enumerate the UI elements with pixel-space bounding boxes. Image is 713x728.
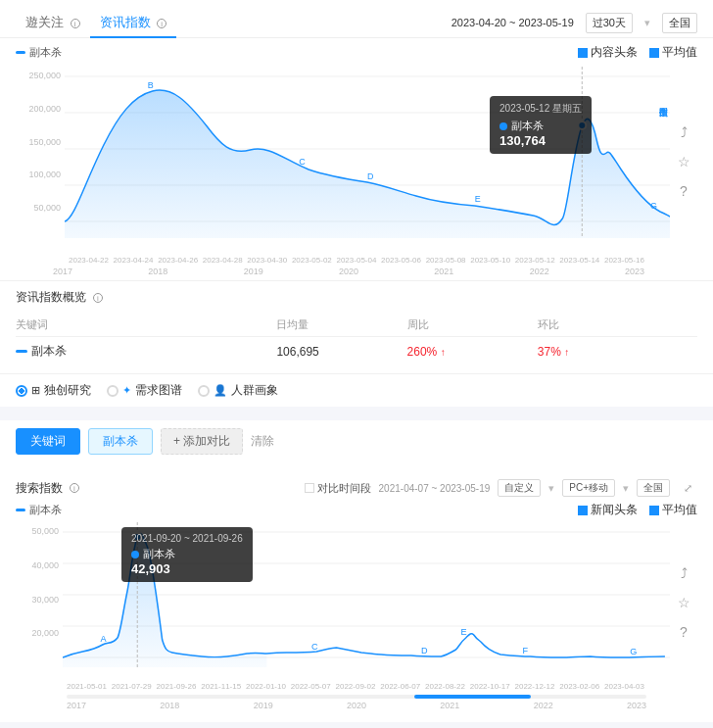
svg-text:G: G bbox=[630, 647, 637, 656]
stats-section: 资讯指数概览 i 关键词 日均量 周比 环比 副本杀 106,695 260% … bbox=[0, 280, 713, 373]
radio-duzhuang[interactable]: ⊞ 独创研究 bbox=[16, 382, 91, 399]
info-icon-tab0: i bbox=[71, 19, 80, 28]
row-legend-dot bbox=[16, 350, 27, 353]
kw-header: 关键词 副本杀 + 添加对比 清除 bbox=[16, 428, 697, 455]
share-icon[interactable]: ⤴ bbox=[674, 122, 693, 142]
search-info-icon: i bbox=[70, 483, 79, 493]
radio-tabs: ⊞ 独创研究 ✦ 需求图谱 👤 人群画象 bbox=[0, 373, 713, 407]
svg-point-18 bbox=[133, 533, 141, 541]
search-legend-dot bbox=[16, 509, 25, 511]
avg-check-box bbox=[649, 506, 659, 515]
tab-zixunzhishu[interactable]: 资讯指数 i bbox=[90, 8, 177, 37]
info-icon-tab1: i bbox=[157, 19, 166, 28]
radio-dot-2 bbox=[198, 385, 210, 397]
svg-text:D: D bbox=[421, 646, 428, 655]
search-checkbox-avg[interactable]: 平均值 bbox=[649, 502, 697, 518]
svg-text:E: E bbox=[461, 627, 467, 637]
kw-btn-clear[interactable]: 清除 bbox=[251, 433, 274, 450]
search-star-icon[interactable]: ☆ bbox=[674, 593, 693, 612]
main-container: 遊关注 i 资讯指数 i 2023-04-20 ~ 2023-05-19 过30… bbox=[0, 0, 713, 728]
svg-text:C: C bbox=[299, 157, 306, 167]
custom-btn[interactable]: 自定义 bbox=[498, 479, 541, 497]
search-header: 搜索指数 i 对比时间段 2021-04-07 ~ 2023-05-19 自定义… bbox=[16, 478, 697, 498]
search-share-icon[interactable]: ⤴ bbox=[674, 563, 693, 583]
checkbox-neirongtt[interactable]: 内容头条 bbox=[578, 44, 638, 61]
search-checkbox-news[interactable]: 新闻头条 bbox=[578, 502, 638, 518]
region-select[interactable]: 全国 bbox=[662, 13, 697, 33]
svg-text:E: E bbox=[475, 194, 481, 204]
svg-text:C: C bbox=[311, 642, 318, 652]
radio-xuqiu[interactable]: ✦ 需求图谱 bbox=[107, 382, 182, 399]
news-check-box bbox=[578, 506, 588, 515]
search-section: 搜索指数 i 对比时间段 2021-04-07 ~ 2023-05-19 自定义… bbox=[0, 470, 713, 722]
svg-text:B: B bbox=[148, 80, 154, 90]
radio-label-0: ⊞ bbox=[31, 384, 40, 397]
radio-dot-1 bbox=[107, 385, 119, 397]
legend-dot-blue bbox=[16, 51, 25, 54]
date-range-text: 2023-04-20 ~ 2023-05-19 bbox=[452, 17, 574, 28]
svg-text:G: G bbox=[650, 201, 657, 211]
search-legend: 副本杀 bbox=[16, 503, 62, 517]
top-tabs: 遊关注 i 资讯指数 i 2023-04-20 ~ 2023-05-19 过30… bbox=[0, 0, 713, 38]
kw-btn-keywords[interactable]: 关键词 bbox=[16, 428, 80, 455]
star-icon[interactable]: ☆ bbox=[674, 152, 693, 171]
time-period-select[interactable]: 过30天 bbox=[586, 13, 633, 33]
stats-row-0: 副本杀 106,695 260% ↑ 37% ↑ bbox=[16, 337, 697, 365]
date-region-controls: 2023-04-20 ~ 2023-05-19 过30天 ▾ 全国 bbox=[452, 13, 697, 33]
year-labels: 2017 2018 2019 2020 2021 2022 2023 bbox=[16, 699, 697, 714]
compare-check-box bbox=[305, 483, 314, 493]
stats-info-icon: i bbox=[93, 293, 103, 303]
monthly-stat: 37% ↑ bbox=[538, 345, 668, 359]
checkbox-box-2 bbox=[649, 48, 659, 58]
expand-icon[interactable]: ⤢ bbox=[678, 478, 697, 498]
top-chart-area: 250,000 200,000 150,000 100,000 50,000 bbox=[0, 63, 713, 265]
scrollbar-thumb[interactable] bbox=[414, 695, 530, 699]
checkbox-box-1 bbox=[578, 48, 588, 58]
device-btn[interactable]: PC+移动 bbox=[562, 479, 615, 497]
compare-checkbox[interactable]: 对比时间段 bbox=[305, 481, 371, 496]
keywords-section: 关键词 副本杀 + 添加对比 清除 bbox=[0, 413, 713, 470]
stats-header: 关键词 日均量 周比 环比 bbox=[16, 314, 697, 337]
svg-text:D: D bbox=[367, 171, 374, 181]
search-right-icons: ⤴ ☆ ? bbox=[670, 522, 697, 682]
region-btn2[interactable]: 全国 bbox=[637, 479, 670, 497]
svg-text:A: A bbox=[101, 634, 108, 644]
radio-dot-0 bbox=[16, 385, 27, 397]
svg-point-6 bbox=[578, 121, 586, 129]
right-icons: ⤴ ☆ ? bbox=[670, 67, 697, 256]
kw-btn-fuzhusha[interactable]: 副本杀 bbox=[88, 428, 153, 455]
top-legend: 副本杀 bbox=[16, 45, 62, 60]
search-chart-svg: A C D E F G bbox=[63, 522, 670, 679]
search-help-icon[interactable]: ? bbox=[674, 622, 693, 642]
radio-icon-1: ✦ bbox=[122, 384, 131, 397]
radio-icon-2: 👤 bbox=[214, 384, 227, 397]
svg-text:F: F bbox=[523, 646, 529, 655]
search-controls: 对比时间段 2021-04-07 ~ 2023-05-19 自定义 ▾ PC+移… bbox=[305, 478, 697, 498]
search-chart-container: 50,000 40,000 30,000 20,000 bbox=[16, 522, 697, 682]
checkbox-pingjun[interactable]: 平均值 bbox=[649, 44, 697, 61]
bottom-padding bbox=[0, 722, 713, 728]
kw-btn-add[interactable]: + 添加对比 bbox=[161, 428, 243, 455]
weekly-stat: 260% ↑ bbox=[407, 345, 538, 359]
stats-title: 资讯指数概览 i bbox=[16, 289, 697, 306]
radio-renqun[interactable]: 👤 人群画象 bbox=[198, 382, 278, 399]
tab-youguanzhu[interactable]: 遊关注 i bbox=[16, 8, 90, 37]
search-title: 搜索指数 i bbox=[16, 480, 79, 497]
help-icon[interactable]: ? bbox=[674, 181, 693, 201]
year-scrollbar[interactable] bbox=[16, 695, 697, 699]
top-chart-svg: B C D E G bbox=[65, 67, 670, 253]
date-range2: 2021-04-07 ~ 2023-05-19 bbox=[379, 483, 491, 494]
